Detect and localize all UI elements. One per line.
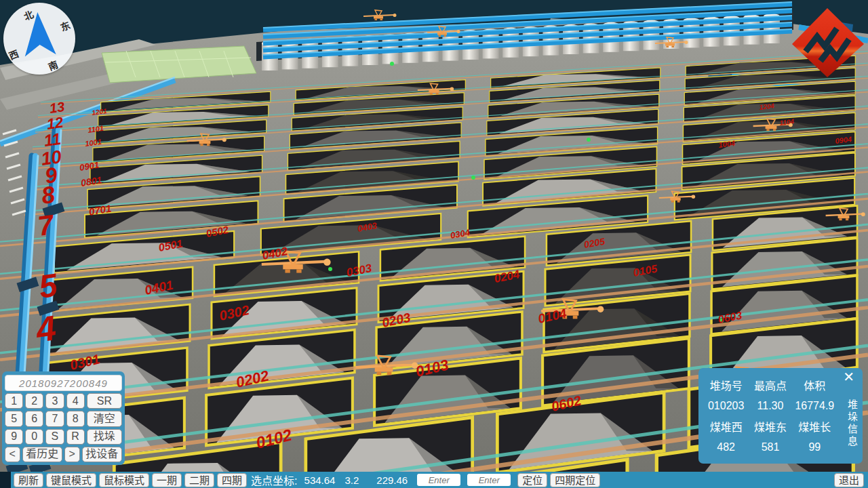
keypad-button-1[interactable]: 1 (5, 393, 23, 409)
close-icon[interactable]: ✕ (839, 369, 859, 384)
toolbar-mid-group: 定位四期定位 (517, 473, 600, 487)
keypad-row: 1234SR (5, 393, 122, 409)
keypad-button-<[interactable]: < (5, 447, 20, 462)
toolbar-button-鼠标模式[interactable]: 鼠标模式 (99, 473, 149, 487)
status-dot (587, 138, 591, 142)
toolbar-left-group: 刷新键鼠模式鼠标模式一期二期四期 (14, 473, 247, 487)
pile-info-value-煤堆东: 581 (748, 441, 792, 453)
pile-info-panel: ✕ 堆场号最高点体积01020311.3016774.9煤堆西煤堆东煤堆长482… (698, 368, 863, 464)
pile-info-label-堆场号: 堆场号 (704, 377, 748, 393)
toolbar-button-一期[interactable]: 一期 (152, 473, 182, 487)
app-window: 1312111098754120111011001090108010701050… (0, 0, 868, 488)
pile-info-value-煤堆西: 482 (704, 441, 748, 453)
keypad-button-7[interactable]: 7 (45, 411, 64, 426)
keypad-button-清空[interactable]: 清空 (87, 411, 122, 426)
keypad-input[interactable] (5, 375, 122, 391)
pile-info-label-最高点: 最高点 (748, 377, 792, 393)
status-dot (471, 176, 475, 180)
enter-field-2[interactable] (467, 474, 511, 486)
keypad-button-2[interactable]: 2 (25, 393, 43, 409)
keypad-panel: 1234SR 5678清空 90SR找垛 <看历史>找设备 (2, 371, 125, 465)
enter-field-1[interactable] (417, 474, 460, 486)
keypad-button-4[interactable]: 4 (66, 393, 85, 409)
bottom-toolbar: 刷新键鼠模式鼠标模式一期二期四期 选点坐标: 534.64 3.2 229.46… (0, 472, 868, 488)
pile-info-value-煤堆长: 99 (793, 441, 837, 453)
keypad-button-0[interactable]: 0 (25, 429, 43, 445)
exit-button[interactable]: 退出 (834, 473, 864, 487)
keypad-button->[interactable]: > (64, 447, 80, 462)
toolbar-button-四期定位[interactable]: 四期定位 (550, 473, 600, 487)
coordinate-x-value: 534.64 (304, 474, 336, 486)
pile-info-grid: 堆场号最高点体积01020311.3016774.9煤堆西煤堆东煤堆长48258… (704, 375, 837, 458)
toolbar-button-键鼠模式[interactable]: 键鼠模式 (46, 473, 96, 487)
toolbar-button-四期[interactable]: 四期 (217, 473, 247, 487)
row-number-label: 13 (48, 99, 65, 116)
keypad-row: <看历史>找设备 (5, 447, 122, 462)
toolbar-button-刷新[interactable]: 刷新 (14, 473, 43, 487)
keypad-button-R[interactable]: R (66, 429, 85, 445)
pile-info-label-煤堆东: 煤堆东 (748, 418, 792, 434)
status-dot (390, 62, 394, 66)
pile-info-value-最高点: 11.30 (748, 400, 792, 412)
toolbar-left-cap (0, 472, 11, 488)
company-logo (785, 7, 865, 78)
keypad-button-6[interactable]: 6 (25, 411, 43, 426)
pile-info-value-体积: 16774.9 (793, 400, 837, 412)
keypad-button-找垛[interactable]: 找垛 (87, 429, 122, 445)
keypad-button-9[interactable]: 9 (5, 429, 23, 445)
keypad-button-SR[interactable]: SR (87, 393, 122, 409)
keypad-row: 5678清空 (5, 411, 122, 426)
keypad-button-8[interactable]: 8 (66, 411, 85, 426)
compass[interactable]: 北 东 西 南 (3, 3, 75, 75)
coordinate-y-value: 3.2 (344, 474, 359, 486)
pile-info-label-体积: 体积 (793, 377, 837, 393)
toolbar-button-定位[interactable]: 定位 (517, 473, 547, 487)
status-dot (328, 267, 332, 271)
toolbar-button-二期[interactable]: 二期 (184, 473, 214, 487)
pile-info-label-煤堆西: 煤堆西 (704, 418, 748, 434)
pile-info-value-堆场号: 010203 (704, 400, 748, 412)
keypad-button-5[interactable]: 5 (5, 411, 23, 426)
keypad-row: 90SR找垛 (5, 429, 122, 445)
keypad-button-看历史[interactable]: 看历史 (22, 447, 62, 462)
pile-info-side-title: 堆垛信息 (847, 399, 857, 448)
coordinate-z-value: 229.46 (376, 474, 408, 486)
keypad-button-找设备[interactable]: 找设备 (82, 447, 122, 462)
keypad-button-S[interactable]: S (45, 429, 64, 445)
compass-arrow-icon (3, 3, 75, 75)
pick-coordinates-label: 选点坐标: (251, 472, 297, 488)
pile-info-label-煤堆长: 煤堆长 (793, 418, 837, 434)
keypad-button-3[interactable]: 3 (45, 393, 64, 409)
